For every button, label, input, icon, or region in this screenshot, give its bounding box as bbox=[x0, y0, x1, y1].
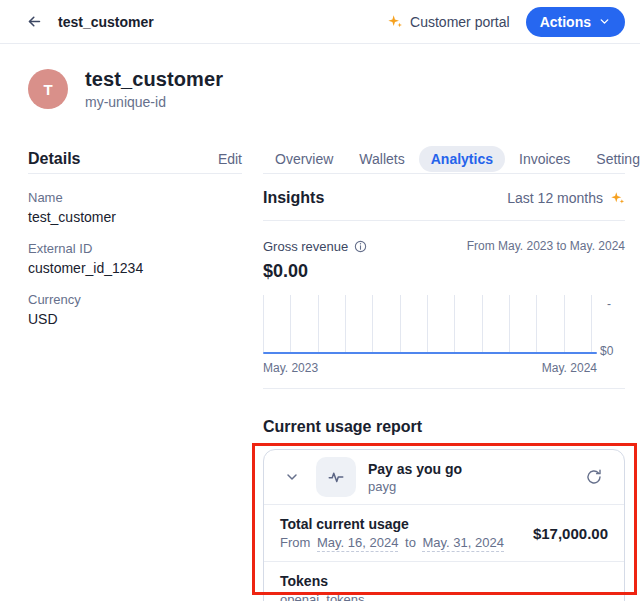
info-icon[interactable] bbox=[354, 240, 367, 253]
usage-report-title: Current usage report bbox=[263, 418, 625, 436]
tokens-label: Tokens bbox=[280, 573, 365, 589]
edit-button[interactable]: Edit bbox=[218, 151, 242, 167]
gross-revenue-value: $0.00 bbox=[263, 261, 625, 282]
tab-overview[interactable]: Overview bbox=[263, 146, 345, 172]
customer-header: T test_customer my-unique-id bbox=[28, 68, 612, 110]
back-button[interactable] bbox=[20, 8, 48, 36]
details-title: Details bbox=[28, 150, 80, 168]
period-start-date[interactable]: May. 16, 2024 bbox=[317, 535, 398, 552]
field-value: test_customer bbox=[28, 209, 242, 225]
chart-gridline bbox=[400, 295, 401, 352]
pulse-icon bbox=[327, 468, 345, 486]
period-end-date[interactable]: May. 31, 2024 bbox=[422, 535, 503, 552]
field-value: customer_id_1234 bbox=[28, 260, 242, 276]
analytics-panel: Overview Wallets Analytics Invoices Sett… bbox=[263, 144, 625, 601]
chart-gridline bbox=[427, 295, 428, 352]
period-label: Last 12 months bbox=[507, 190, 603, 206]
chevron-down-icon bbox=[598, 15, 611, 28]
tab-analytics[interactable]: Analytics bbox=[419, 146, 505, 172]
tab-bar: Overview Wallets Analytics Invoices Sett… bbox=[263, 144, 625, 174]
chevron-down-icon bbox=[284, 469, 300, 485]
y-axis-label-top: - bbox=[607, 297, 611, 311]
chart-gridline bbox=[263, 295, 264, 352]
top-bar: test_customer Customer portal Actions bbox=[0, 0, 640, 44]
chart-gridline bbox=[318, 295, 319, 352]
tab-settings[interactable]: Settings bbox=[584, 146, 640, 172]
arrow-left-icon bbox=[26, 13, 43, 30]
collapse-toggle[interactable] bbox=[280, 465, 304, 489]
metric-label-text: Gross revenue bbox=[263, 239, 348, 254]
chart-gridline bbox=[482, 295, 483, 352]
chart-plot bbox=[263, 295, 591, 352]
details-header: Details Edit bbox=[28, 144, 242, 174]
chart-gridline bbox=[536, 295, 537, 352]
total-usage-label: Total current usage bbox=[280, 516, 507, 532]
actions-button[interactable]: Actions bbox=[526, 7, 625, 37]
period-prefix: From bbox=[280, 535, 310, 550]
field-label: Name bbox=[28, 190, 242, 205]
sparkle-icon bbox=[387, 14, 403, 30]
tokens-titles: Tokens openai_tokens bbox=[280, 573, 365, 601]
field-label: Currency bbox=[28, 292, 242, 307]
page-title: test_customer bbox=[58, 14, 154, 30]
metric-header-row: Gross revenue From May. 2023 to May. 202… bbox=[263, 239, 625, 254]
gross-revenue-label: Gross revenue bbox=[263, 239, 367, 254]
total-usage-amount: $17,000.00 bbox=[533, 525, 608, 542]
y-axis-label-bottom: $0 bbox=[600, 344, 613, 358]
divider bbox=[263, 388, 625, 389]
chart-gridline bbox=[372, 295, 373, 352]
customer-portal-link[interactable]: Customer portal bbox=[387, 14, 510, 30]
chart-date-range: From May. 2023 to May. 2024 bbox=[467, 239, 625, 253]
chart-gridline bbox=[509, 295, 510, 352]
customer-name: test_customer bbox=[85, 68, 223, 91]
tab-invoices[interactable]: Invoices bbox=[507, 146, 582, 172]
chart-gridline bbox=[345, 295, 346, 352]
field-currency: Currency USD bbox=[28, 292, 242, 327]
chart-x-axis: May. 2023 May. 2024 bbox=[263, 361, 625, 375]
refresh-button[interactable] bbox=[580, 463, 608, 491]
actions-label: Actions bbox=[540, 14, 591, 30]
x-axis-label-start: May. 2023 bbox=[263, 361, 318, 375]
plan-icon-container bbox=[316, 457, 356, 497]
main-content: Details Edit Name test_customer External… bbox=[0, 144, 640, 601]
customer-titles: test_customer my-unique-id bbox=[85, 68, 223, 110]
refresh-icon bbox=[585, 468, 603, 486]
chart-y-axis: - $0 bbox=[591, 295, 625, 352]
insights-title: Insights bbox=[263, 189, 324, 207]
customer-portal-label: Customer portal bbox=[410, 14, 510, 30]
field-external-id: External ID customer_id_1234 bbox=[28, 241, 242, 276]
insights-header: Insights Last 12 months bbox=[263, 174, 625, 221]
plan-name: Pay as you go bbox=[368, 461, 462, 477]
period-middle: to bbox=[405, 535, 416, 550]
field-value: USD bbox=[28, 311, 242, 327]
field-name: Name test_customer bbox=[28, 190, 242, 225]
avatar-initial: T bbox=[43, 81, 52, 98]
chart-gridline bbox=[290, 295, 291, 352]
plan-titles: Pay as you go payg bbox=[368, 461, 462, 494]
tokens-row: Tokens openai_tokens bbox=[264, 562, 624, 601]
chart-gridline bbox=[564, 295, 565, 352]
customer-unique-id: my-unique-id bbox=[85, 94, 223, 110]
avatar: T bbox=[28, 69, 68, 109]
usage-period: From May. 16, 2024 to May. 31, 2024 bbox=[280, 535, 507, 550]
period-selector[interactable]: Last 12 months bbox=[507, 190, 625, 206]
chart-gridline bbox=[454, 295, 455, 352]
usage-card: Pay as you go payg Total current usage F… bbox=[263, 449, 625, 601]
usage-card-header: Pay as you go payg bbox=[264, 450, 624, 505]
total-usage-row: Total current usage From May. 16, 2024 t… bbox=[264, 505, 624, 562]
x-axis-label-end: May. 2024 bbox=[542, 361, 597, 375]
details-panel: Details Edit Name test_customer External… bbox=[28, 144, 242, 601]
total-usage-titles: Total current usage From May. 16, 2024 t… bbox=[280, 516, 507, 550]
tab-wallets[interactable]: Wallets bbox=[347, 146, 416, 172]
chart-zero-line bbox=[263, 352, 597, 354]
gross-revenue-chart: - $0 May. 2023 May. 2024 bbox=[263, 295, 625, 389]
plan-code: payg bbox=[368, 479, 462, 494]
tokens-code: openai_tokens bbox=[280, 592, 365, 601]
field-label: External ID bbox=[28, 241, 242, 256]
chart-body: - $0 bbox=[263, 295, 625, 352]
sparkle-icon bbox=[610, 191, 625, 206]
